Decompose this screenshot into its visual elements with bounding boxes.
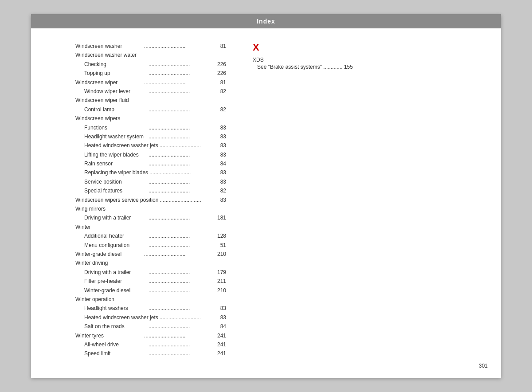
entry-dots: ............................ (149, 213, 211, 222)
entry-page: 83 (213, 132, 226, 141)
entry-text: Headlight washers (84, 304, 147, 313)
entry-page: 83 (213, 304, 226, 313)
entry-page: 84 (213, 159, 226, 168)
list-item: All-wheel drive ........................… (75, 340, 226, 349)
entry-text: Windscreen washer water (75, 51, 226, 59)
page-number: 301 (479, 363, 488, 369)
entry-dots: ............................ (144, 78, 211, 87)
entry-dots: ............................ (160, 196, 211, 204)
entry-dots: ............................ (149, 231, 211, 240)
entry-text: Winter (75, 223, 226, 231)
list-item: Speed limit ............................… (75, 349, 226, 358)
entry-text: All-wheel drive (84, 340, 147, 349)
page-container: Index Windscreen washer ................… (31, 14, 501, 378)
entry-text: Control lamp (84, 105, 147, 114)
entry-text: Windscreen wipers service position (75, 196, 158, 204)
list-item: Winter-grade diesel ....................… (75, 286, 226, 295)
entry-dots: ............................ (160, 141, 211, 150)
content-area: Windscreen washer ......................… (31, 37, 501, 372)
entry-page: 81 (213, 42, 226, 51)
entry-page: 226 (213, 60, 226, 69)
entry-page: 51 (213, 241, 226, 250)
entry-dots: ............................ (149, 268, 211, 277)
entry-page: 241 (213, 331, 226, 340)
entry-page: 81 (213, 78, 226, 87)
entry-dots: ............................ (149, 69, 211, 78)
entry-page: 83 (213, 196, 226, 204)
list-item: Windscreen wipers service position .....… (75, 196, 226, 204)
entry-text: Winter driving (75, 259, 226, 267)
list-item: Headlight washer system ................… (75, 132, 226, 141)
entry-dots: ............................ (149, 286, 211, 295)
list-item: Winter (75, 223, 226, 231)
entry-text: Menu configuration (84, 241, 147, 250)
entry-page: 83 (213, 123, 226, 132)
list-item: Wing mirrors (75, 204, 226, 213)
entry-dots: ............................ (149, 123, 211, 132)
entry-dots: ............................ (144, 250, 211, 259)
entry-text: Windscreen wipers (75, 114, 226, 123)
list-item: Heated windscreen washer jets ..........… (75, 141, 226, 150)
list-item: Driving with a trailer .................… (75, 213, 226, 222)
entry-dots: ............................ (149, 340, 211, 349)
entry-page: 241 (213, 340, 226, 349)
list-item: Windscreen wiper fluid (75, 96, 226, 105)
entry-dots: ............................ (149, 349, 211, 358)
entry-dots: ............................ (149, 322, 211, 331)
entry-dots: ............................ (144, 331, 211, 340)
entry-text: Headlight washer system (84, 132, 147, 141)
entry-page: 83 (213, 141, 226, 150)
entry-dots: ............................ (160, 313, 211, 322)
section-letter-x: X (253, 42, 488, 53)
list-item: Salt on the roads ......................… (75, 322, 226, 331)
xds-dots: ............. (323, 64, 344, 70)
entry-page: 83 (213, 168, 226, 177)
entry-page: 179 (213, 268, 226, 277)
entry-text: Salt on the roads (84, 322, 147, 331)
list-item: Additional heater ......................… (75, 231, 226, 240)
entry-page: 82 (213, 105, 226, 114)
entry-dots: ............................ (149, 168, 211, 177)
entry-dots: ............................ (149, 277, 211, 286)
list-item: Winter tyres ...........................… (75, 331, 226, 340)
xds-sub-page: 155 (344, 64, 353, 70)
entry-text: Rain sensor (84, 159, 147, 168)
list-item: Winter driving (75, 259, 226, 267)
index-header: Index (31, 14, 501, 28)
entry-page: 211 (213, 277, 226, 286)
list-item: Menu configuration .....................… (75, 241, 226, 250)
list-item: Winter operation (75, 295, 226, 304)
entry-text: Driving with a trailer (84, 268, 147, 277)
entry-text: Lifting the wiper blades (84, 150, 147, 159)
entry-dots: ............................ (149, 60, 211, 69)
list-item: Control lamp ...........................… (75, 105, 226, 114)
list-item: Windscreen washer ......................… (75, 42, 226, 51)
left-column: Windscreen washer ......................… (75, 42, 226, 358)
entry-page: 181 (213, 213, 226, 222)
entry-page: 210 (213, 286, 226, 295)
list-item: Windscreen wiper .......................… (75, 78, 226, 87)
entry-text: Winter-grade diesel (75, 250, 143, 259)
list-item: Winter-grade diesel ....................… (75, 250, 226, 259)
list-item: Windscreen wipers (75, 114, 226, 123)
list-item: Topping up ............................2… (75, 69, 226, 78)
xds-sub-entry: See "Brake assist systems" .............… (253, 64, 488, 70)
entry-dots: ............................ (149, 177, 211, 186)
entry-text: Heated windscreen washer jets (84, 141, 158, 150)
entry-dots: ............................ (149, 132, 211, 141)
entry-page: 84 (213, 322, 226, 331)
entry-text: Heated windscreen washer jets (84, 313, 158, 322)
list-item: Special features .......................… (75, 186, 226, 195)
entry-page: 241 (213, 349, 226, 358)
entry-text: Wing mirrors (75, 204, 226, 213)
entry-text: Functions (84, 123, 147, 132)
entry-text: Window wiper lever (84, 87, 147, 96)
list-item: Heated windscreen washer jets ..........… (75, 313, 226, 322)
entry-text: Driving with a trailer (84, 213, 147, 222)
header-title: Index (257, 18, 275, 25)
entry-page: 128 (213, 231, 226, 240)
entry-text: Windscreen washer (75, 42, 143, 51)
list-item: Functions ............................83 (75, 123, 226, 132)
entry-text: Winter-grade diesel (84, 286, 147, 295)
entry-text: Winter operation (75, 295, 226, 304)
